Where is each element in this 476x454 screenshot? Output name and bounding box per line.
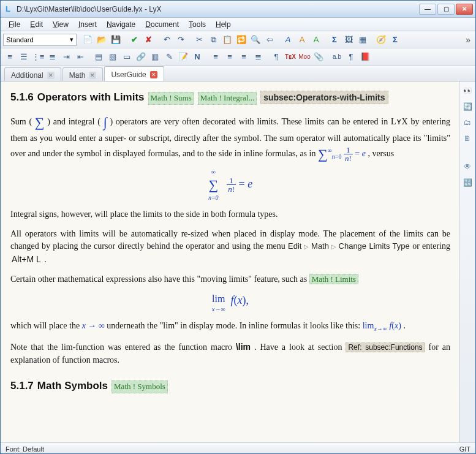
- index-ref[interactable]: Math ! Symbols: [111, 380, 168, 393]
- index-ref[interactable]: Math ! Limits: [309, 274, 358, 284]
- document-tabs: Additional ✕ Math ✕ UserGuide ✕: [1, 66, 475, 81]
- text: which will place the: [10, 321, 82, 330]
- copy-icon[interactable]: ⧉: [206, 33, 220, 47]
- menubar: File Edit View Insert Navigate Document …: [1, 18, 475, 31]
- color-box-icon[interactable]: ▧: [106, 50, 119, 64]
- cross-reference[interactable]: Ref: subsec:Functions: [346, 342, 425, 352]
- spellcheck-off-icon[interactable]: ✘: [142, 33, 155, 47]
- maximize-button[interactable]: ▢: [437, 4, 455, 15]
- insert-box-icon[interactable]: ▭: [120, 50, 134, 64]
- depth-dec-icon[interactable]: ⇤: [74, 50, 87, 64]
- tab-additional[interactable]: Additional ✕: [4, 67, 61, 81]
- open-icon[interactable]: 📂: [95, 33, 108, 47]
- heading-title: Operators with Limits: [37, 90, 145, 105]
- toggle-math-toolbar-icon[interactable]: Σ: [388, 33, 402, 47]
- minimize-button[interactable]: —: [419, 4, 436, 15]
- ert-icon[interactable]: ▤: [92, 50, 105, 64]
- description-icon[interactable]: ≣: [45, 50, 59, 64]
- insert-graphics-icon[interactable]: 🖼: [342, 33, 355, 47]
- thesaurus-icon[interactable]: Moo: [298, 50, 311, 64]
- display-math-sum: ∞ ∑ n=0 1n! = e: [10, 169, 450, 201]
- menu-document[interactable]: Document: [141, 19, 183, 30]
- depth-inc-icon[interactable]: ⇥: [59, 50, 73, 64]
- document-canvas[interactable]: 5.1.6 Operators with Limits Math ! Sums …: [1, 81, 459, 442]
- align-justify-icon[interactable]: ≣: [251, 50, 265, 64]
- text: .: [403, 321, 406, 330]
- hyperlink-icon[interactable]: 🔗: [134, 50, 148, 64]
- menu-edit[interactable]: Edit: [26, 19, 47, 30]
- new-doc-icon[interactable]: 📄: [81, 33, 94, 47]
- insert-math-icon[interactable]: Σ: [328, 33, 341, 47]
- text: ) operators are very often decorated wit…: [110, 117, 391, 126]
- paragraph-settings-icon[interactable]: ¶: [270, 50, 283, 64]
- tex-icon[interactable]: TᴇX: [284, 50, 297, 64]
- master-doc-icon[interactable]: 🗂: [462, 117, 473, 128]
- text: Note that the lim-function was entered a…: [10, 342, 236, 352]
- paste-icon[interactable]: 📋: [221, 33, 234, 47]
- toolbar2-overflow-icon[interactable]: [466, 52, 473, 62]
- inline-math-sum-series: ∑∞n=0 1n! = e: [318, 149, 368, 158]
- heading-number: 5.1.7: [10, 379, 34, 394]
- toolbar-overflow-icon[interactable]: »: [463, 35, 473, 45]
- menu-navigate[interactable]: Navigate: [102, 19, 140, 30]
- spellcheck-on-icon[interactable]: ✔: [127, 33, 141, 47]
- itemize-icon[interactable]: ☰: [17, 50, 31, 64]
- note-icon[interactable]: N: [191, 50, 204, 64]
- tab-math[interactable]: Math ✕: [62, 67, 104, 81]
- heading-title: Math Symbols: [37, 379, 108, 394]
- noun-icon[interactable]: A: [295, 33, 309, 47]
- math-panel-icon[interactable]: 🔣: [462, 177, 473, 188]
- align-left-icon[interactable]: ≡: [209, 50, 222, 64]
- titlebar: L D:\LyxGit\Master\lib\doc\UserGuide.lyx…: [1, 1, 475, 18]
- save-icon[interactable]: 💾: [109, 33, 123, 47]
- menu-tools[interactable]: Tools: [184, 19, 210, 30]
- toggle-outline-icon[interactable]: 🧭: [374, 33, 388, 47]
- footnote-icon[interactable]: ✎: [162, 50, 176, 64]
- thesaurus-book-icon[interactable]: 📕: [358, 50, 372, 64]
- menu-help[interactable]: Help: [211, 19, 235, 30]
- search-icon[interactable]: 🔍: [249, 33, 262, 47]
- menu-insert[interactable]: Insert: [74, 19, 101, 30]
- margin-note-icon[interactable]: 📝: [176, 50, 190, 64]
- tab-userguide[interactable]: UserGuide ✕: [104, 66, 164, 81]
- close-icon[interactable]: ✕: [150, 71, 157, 78]
- close-button[interactable]: ✕: [456, 4, 473, 15]
- inline-math-xtoinf: x → ∞: [82, 321, 105, 330]
- cut-icon[interactable]: ✂: [192, 33, 206, 47]
- status-font: Font: Default: [6, 445, 44, 453]
- index-ref[interactable]: Math ! Sums: [148, 92, 194, 105]
- refresh-icon[interactable]: 🔄: [462, 101, 473, 112]
- text: Sum (: [10, 117, 32, 126]
- buffer-switch-icon[interactable]: 🗎: [462, 133, 473, 144]
- outline-pane-icon[interactable]: 👁: [462, 161, 473, 172]
- text-style-icon[interactable]: a.b: [330, 50, 344, 64]
- section-label[interactable]: subsec:Operators-with-Limits: [260, 91, 388, 104]
- menu-file[interactable]: File: [4, 19, 25, 30]
- close-icon[interactable]: ✕: [47, 72, 55, 79]
- paragraph-style-combo[interactable]: Standard ▾: [3, 34, 77, 46]
- undo-icon[interactable]: ↶: [160, 33, 173, 47]
- heading-number: 5.1.6: [10, 90, 34, 105]
- window-title: D:\LyxGit\Master\lib\doc\UserGuide.lyx -…: [17, 5, 419, 13]
- close-icon[interactable]: ✕: [89, 72, 96, 79]
- paragraph-icon[interactable]: ¶: [344, 50, 358, 64]
- emph-icon[interactable]: A: [281, 33, 295, 47]
- insert-table-icon[interactable]: ▦: [356, 33, 369, 47]
- find-replace-icon[interactable]: 🔁: [235, 33, 248, 47]
- attachment-icon[interactable]: 📎: [312, 50, 325, 64]
- app-name: LʏX: [391, 117, 408, 126]
- apply-style-icon[interactable]: A: [309, 33, 323, 47]
- align-center-icon[interactable]: ≡: [223, 50, 236, 64]
- numbered-list-icon[interactable]: ≡: [3, 50, 17, 64]
- index-ref[interactable]: Math ! Integral...: [198, 92, 257, 105]
- menu-view[interactable]: View: [48, 19, 73, 30]
- dynamic-menu-icon[interactable]: ▥: [148, 50, 162, 64]
- section-heading: 5.1.7 Math Symbols Math ! Symbols: [10, 379, 450, 394]
- paragraph: Certain other mathematical expressions a…: [10, 273, 450, 286]
- navigate-back-icon[interactable]: ⇦: [263, 33, 276, 47]
- list-icon[interactable]: ⋮≡: [31, 50, 45, 64]
- text: ) and integral (: [47, 117, 100, 126]
- align-right-icon[interactable]: ≡: [237, 50, 251, 64]
- view-icon[interactable]: 👀: [462, 85, 473, 96]
- redo-icon[interactable]: ↷: [174, 33, 187, 47]
